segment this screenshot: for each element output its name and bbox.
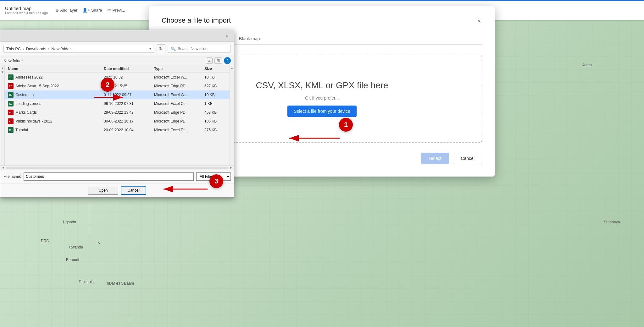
map-label-korea: Korea <box>582 63 592 67</box>
view-controls: ≡ ⊞ ? <box>206 57 231 64</box>
import-dialog-header: Choose a file to import × <box>162 16 482 26</box>
tab-blank-map[interactable]: Blank map <box>231 34 267 45</box>
horizontal-scrollbar[interactable]: ◄ ► <box>0 165 234 170</box>
map-label-drc: DRC <box>41 239 49 243</box>
breadcrumb-sep-1: › <box>23 46 24 51</box>
row-filename: Marks Cards <box>15 110 37 115</box>
file-picker-close-button[interactable]: × <box>224 33 230 39</box>
row-type: Microsoft Edge PD... <box>154 119 204 123</box>
preview-icon: 👁 <box>107 8 111 13</box>
folder-label-row: New folder ≡ ⊞ ? <box>0 56 234 65</box>
preview-action[interactable]: 👁 Previ... <box>107 8 125 13</box>
table-row[interactable]: PD Adobe Scan 15-Sep-2022 -9-2022 15:35 … <box>5 82 230 90</box>
search-icon: 🔍 <box>171 46 176 51</box>
gmap-title: Untitled map <box>5 6 48 11</box>
xlsx-icon: XL <box>8 92 14 98</box>
file-table: Name Date modified Type Size XL Addresse… <box>5 65 230 165</box>
file-picker-nav-row: This PC › Downloads › New folder ▾ ↻ 🔍 <box>0 42 234 56</box>
table-header: Name Date modified Type Size <box>5 65 230 73</box>
breadcrumb-part-1: This PC <box>6 46 21 51</box>
col-header-size: Size <box>204 67 226 71</box>
filename-row: File name: All FilesCSV FilesXLSX FilesK… <box>0 170 234 183</box>
select-button[interactable]: Select <box>421 153 449 164</box>
row-name-cell: PD Public holidays - 2022 <box>8 118 104 124</box>
share-label: Share <box>91 8 102 13</box>
hscroll-track[interactable] <box>6 167 228 169</box>
file-picker-titlebar: × <box>0 30 234 42</box>
add-layer-label: Add layer <box>60 8 77 13</box>
left-nav-down-icon[interactable]: ▼ <box>1 70 4 74</box>
row-size: 10 KB <box>204 75 226 79</box>
breadcrumb-part-2: Downloads <box>26 46 46 51</box>
row-type: Microsoft Excel W... <box>154 93 204 97</box>
file-picker-search[interactable]: 🔍 <box>168 45 231 53</box>
table-rows: XL Addresses 2022 2022 16:32 Microsoft E… <box>5 73 230 161</box>
row-type: Microsoft Excel Te... <box>154 128 204 132</box>
file-picker-refresh-button[interactable]: ↻ <box>157 44 165 53</box>
file-picker-breadcrumb[interactable]: This PC › Downloads › New folder ▾ <box>3 45 154 53</box>
fp-cancel-button[interactable]: Cancel <box>121 186 146 195</box>
row-filename: Leading zeroes <box>15 101 41 106</box>
drop-zone-or-text: Or, if you prefer... <box>305 95 339 101</box>
fp-open-button[interactable]: Open <box>88 186 118 195</box>
map-label-burundi: Burundi <box>66 258 79 262</box>
row-name-cell: XL Leading zeroes <box>8 101 104 106</box>
row-size: 463 KB <box>204 110 226 115</box>
filename-label: File name: <box>3 174 21 179</box>
panel-view-button[interactable]: ⊞ <box>214 57 222 64</box>
pdf-icon: PD <box>8 110 14 115</box>
breadcrumb-dropdown-icon[interactable]: ▾ <box>149 47 151 51</box>
list-view-button[interactable]: ≡ <box>206 57 213 64</box>
breadcrumb-part-3: New folder <box>51 46 71 51</box>
map-label-nairobi: K <box>97 240 100 245</box>
scroll-up-icon[interactable]: ▲ <box>230 66 234 70</box>
hscroll-right-icon[interactable]: ► <box>230 166 233 169</box>
import-dialog-title: Choose a file to import <box>162 16 231 25</box>
row-size: 375 KB <box>204 128 226 132</box>
map-label-rwanda: Rwanda <box>69 245 83 249</box>
left-nav-up-icon[interactable]: ▲ <box>1 66 4 70</box>
table-row[interactable]: PD Public holidays - 2022 30-08-2022 16:… <box>5 117 230 126</box>
row-size: 106 KB <box>204 119 226 123</box>
row-size: 627 KB <box>204 84 226 88</box>
share-action[interactable]: 👤+ Share <box>82 8 102 13</box>
row-size: 10 KB <box>204 93 226 97</box>
map-label-tanzania: Tanzania <box>79 280 94 284</box>
table-row[interactable]: XL Tutorial 20-09-2022 10:04 Microsoft E… <box>5 126 230 134</box>
xlsx-icon: XL <box>8 127 14 133</box>
hscroll-left-icon[interactable]: ◄ <box>2 166 5 169</box>
table-row[interactable]: PD Marks Cards 29-09-2022 13:42 Microsof… <box>5 108 230 117</box>
row-type: Microsoft Edge PD... <box>154 84 204 88</box>
map-label-dares: oDar es Salaam <box>107 281 134 286</box>
arrow-1 <box>283 130 346 146</box>
cancel-button[interactable]: Cancel <box>453 153 482 164</box>
row-date: 29-09-2022 13:42 <box>104 110 154 115</box>
filename-input[interactable] <box>24 172 194 181</box>
row-date: 30-08-2022 16:17 <box>104 119 154 123</box>
row-name-cell: PD Adobe Scan 15-Sep-2022 <box>8 83 104 89</box>
import-dialog-close-button[interactable]: × <box>476 16 482 26</box>
row-filename: Adobe Scan 15-Sep-2022 <box>15 84 59 88</box>
pdf-icon: PD <box>8 118 14 124</box>
table-row[interactable]: XL Addresses 2022 2022 16:32 Microsoft E… <box>5 73 230 82</box>
row-filename: Public holidays - 2022 <box>15 119 52 123</box>
xlsx-icon: XL <box>8 101 14 106</box>
right-scroll[interactable]: ▲ <box>230 65 234 165</box>
row-name-cell: XL Addresses 2022 <box>8 74 104 80</box>
row-filename: Addresses 2022 <box>15 75 43 79</box>
add-layer-action[interactable]: ⊕ Add layer <box>55 8 77 13</box>
select-device-button[interactable]: Select a file from your device <box>287 106 357 117</box>
preview-label: Previ... <box>113 8 125 13</box>
add-layer-icon: ⊕ <box>55 8 59 13</box>
row-date: 20-09-2022 10:04 <box>104 128 154 132</box>
file-picker-search-input[interactable] <box>178 46 225 51</box>
annotation-circle-3: 3 <box>209 174 223 188</box>
row-type: Microsoft Excel W... <box>154 75 204 79</box>
row-filename: Customers <box>15 93 34 97</box>
gmap-title-area: Untitled map Last edit was 4 minutes ago <box>5 6 48 15</box>
arrow-3 <box>157 183 214 195</box>
annotation-circle-2: 2 <box>101 78 114 92</box>
file-picker-dialog: × This PC › Downloads › New folder ▾ ↻ 🔍… <box>0 30 234 198</box>
help-button[interactable]: ? <box>224 57 231 64</box>
gmap-subtitle: Last edit was 4 minutes ago <box>5 11 48 15</box>
